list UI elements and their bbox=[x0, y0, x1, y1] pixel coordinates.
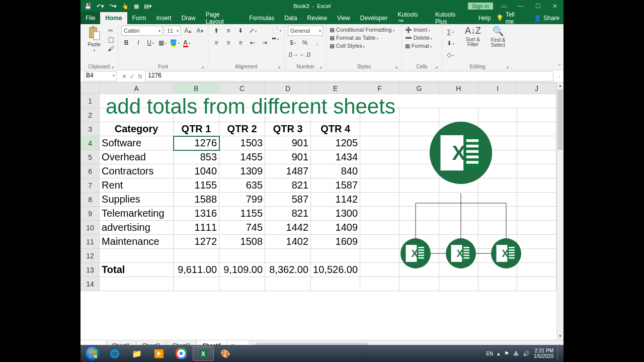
ribbon-display-icon[interactable]: ▭ bbox=[495, 0, 512, 12]
redo-icon[interactable]: ↷▾ bbox=[109, 3, 117, 10]
bold-button[interactable]: B bbox=[121, 38, 131, 48]
col-header[interactable]: B bbox=[174, 83, 219, 94]
cell[interactable]: 1588 bbox=[174, 193, 219, 207]
cell[interactable]: 1508 bbox=[219, 235, 265, 249]
cell[interactable]: Overhead bbox=[100, 150, 174, 164]
cell[interactable]: 8,362.00 bbox=[265, 263, 311, 277]
tray-volume-icon[interactable]: 🔊 bbox=[523, 350, 530, 357]
cell[interactable]: Category bbox=[100, 122, 174, 136]
underline-button[interactable]: U bbox=[145, 38, 155, 48]
font-name-combo[interactable]: Calibri bbox=[121, 26, 163, 36]
row-header[interactable]: 9 bbox=[81, 207, 100, 221]
row-header[interactable]: 7 bbox=[81, 178, 100, 193]
cell-selected[interactable]: 1276 bbox=[174, 136, 219, 150]
cell[interactable]: Rent bbox=[100, 178, 174, 193]
cell[interactable]: 1587 bbox=[311, 178, 360, 193]
row-header[interactable]: 11 bbox=[81, 235, 100, 249]
taskbar-paint-icon[interactable]: 🎨 bbox=[215, 346, 236, 361]
col-header[interactable]: G bbox=[399, 83, 439, 94]
taskbar-explorer-icon[interactable]: 📁 bbox=[126, 346, 147, 361]
cell[interactable]: 1300 bbox=[311, 207, 360, 221]
formula-input[interactable]: 1276 bbox=[145, 71, 553, 81]
cell[interactable]: 1142 bbox=[311, 193, 360, 207]
cell[interactable]: 1434 bbox=[311, 150, 360, 164]
tray-clock[interactable]: 2:31 PM1/5/2020 bbox=[534, 348, 553, 359]
cell[interactable]: 745 bbox=[219, 221, 265, 235]
align-right-icon[interactable]: ≡ bbox=[235, 38, 246, 48]
cell[interactable]: 9,611.00 bbox=[174, 263, 219, 277]
cell[interactable]: 587 bbox=[265, 193, 311, 207]
tab-insert[interactable]: Insert bbox=[151, 12, 177, 24]
tab-file[interactable]: File bbox=[80, 12, 100, 24]
undo-icon[interactable]: ↶▾ bbox=[97, 3, 104, 10]
cell[interactable]: 840 bbox=[311, 164, 360, 178]
insert-cells-button[interactable]: ➕ Insert bbox=[405, 27, 430, 33]
col-header[interactable]: F bbox=[360, 83, 399, 94]
tab-home[interactable]: Home bbox=[100, 12, 127, 24]
font-color-button[interactable]: A bbox=[182, 38, 192, 48]
cell[interactable]: 635 bbox=[219, 178, 265, 193]
tab-developer[interactable]: Developer bbox=[355, 12, 393, 24]
increase-decimal-icon[interactable]: .0→ bbox=[288, 50, 298, 60]
cell[interactable]: Software bbox=[100, 136, 174, 150]
cell[interactable]: 9,109.00 bbox=[219, 263, 265, 277]
fx-icon[interactable]: fx bbox=[138, 73, 142, 80]
cell[interactable]: 901 bbox=[265, 136, 311, 150]
tab-draw[interactable]: Draw bbox=[177, 12, 201, 24]
enter-formula-icon[interactable]: ✓ bbox=[130, 73, 135, 80]
col-header[interactable]: E bbox=[311, 83, 360, 94]
borders-icon[interactable]: ▦ bbox=[134, 3, 139, 10]
col-header[interactable]: A bbox=[100, 83, 174, 94]
row-header[interactable]: 14 bbox=[81, 277, 100, 291]
cell[interactable]: advertising bbox=[100, 221, 174, 235]
col-header[interactable]: J bbox=[517, 83, 556, 94]
start-button[interactable] bbox=[82, 345, 104, 362]
find-select-button[interactable]: 🔍 Find & Select bbox=[487, 26, 510, 48]
tab-page-layout[interactable]: Page Layout bbox=[201, 12, 245, 24]
col-header[interactable]: D bbox=[265, 83, 311, 94]
cut-icon[interactable]: ✂ bbox=[107, 27, 115, 35]
cell[interactable]: 901 bbox=[265, 150, 311, 164]
cell[interactable]: 1040 bbox=[174, 164, 219, 178]
align-left-icon[interactable]: ≡ bbox=[211, 38, 221, 48]
fill-color-button[interactable]: 🪣 bbox=[170, 38, 180, 48]
cell[interactable]: 853 bbox=[174, 150, 219, 164]
scroll-thumb[interactable] bbox=[557, 89, 563, 150]
format-as-table-button[interactable]: ▦ Format as Table bbox=[330, 35, 378, 41]
row-header[interactable]: 2 bbox=[81, 108, 100, 122]
expand-formula-bar-icon[interactable]: ⌄ bbox=[558, 74, 561, 78]
maximize-button[interactable]: ☐ bbox=[529, 0, 546, 12]
cell[interactable]: 1155 bbox=[219, 207, 265, 221]
align-middle-icon[interactable]: ≡ bbox=[223, 26, 233, 36]
col-header[interactable]: I bbox=[478, 83, 517, 94]
orientation-icon[interactable]: ⤢ bbox=[248, 26, 258, 36]
cell[interactable]: 10,526.00 bbox=[311, 263, 360, 277]
cell[interactable]: 1455 bbox=[219, 150, 265, 164]
row-header[interactable]: 8 bbox=[81, 193, 100, 207]
tab-kutools-plus[interactable]: Kutools Plus bbox=[430, 12, 473, 24]
tray-network-icon[interactable]: 🖧 bbox=[513, 350, 519, 356]
tray-lang[interactable]: EN bbox=[486, 351, 493, 356]
row-header[interactable]: 4 bbox=[81, 136, 100, 150]
scroll-down-icon[interactable]: ▼ bbox=[557, 333, 564, 340]
font-size-combo[interactable]: 11 bbox=[165, 26, 181, 36]
row-header[interactable]: 1 bbox=[81, 94, 100, 108]
tab-formulas[interactable]: Formulas bbox=[244, 12, 279, 24]
borders-button[interactable]: ▦ bbox=[157, 38, 168, 48]
decrease-font-icon[interactable]: A▾ bbox=[195, 26, 205, 36]
row-header[interactable]: 6 bbox=[81, 164, 100, 178]
cell[interactable]: 1442 bbox=[265, 221, 311, 235]
decrease-indent-icon[interactable]: ⇤ bbox=[248, 38, 258, 48]
cell[interactable]: Maintenance bbox=[100, 235, 174, 249]
cell[interactable]: 1205 bbox=[311, 136, 360, 150]
cell[interactable]: 1155 bbox=[174, 178, 219, 193]
show-hidden-icon[interactable]: ▴ bbox=[497, 350, 500, 357]
align-top-icon[interactable]: ⬆ bbox=[211, 26, 221, 36]
align-center-icon[interactable]: ≡ bbox=[223, 38, 233, 48]
grid[interactable]: A B C D E F G H I J 1 2 bbox=[80, 82, 556, 340]
decrease-decimal-icon[interactable]: ←.0 bbox=[300, 50, 310, 60]
taskbar-ie-icon[interactable]: 🌐 bbox=[104, 346, 125, 361]
row-header[interactable]: 3 bbox=[81, 122, 100, 136]
cell[interactable]: 1409 bbox=[311, 221, 360, 235]
customize-qat-icon[interactable]: ▤▾ bbox=[144, 3, 152, 10]
